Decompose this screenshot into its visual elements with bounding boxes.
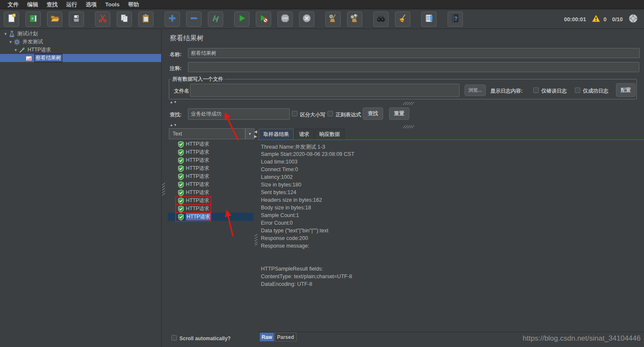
result-item-http-request[interactable]: HTTP请求: [168, 181, 254, 189]
menu-run[interactable]: 运行: [62, 0, 81, 9]
save-button[interactable]: [69, 11, 84, 27]
success-shield-icon: [178, 173, 186, 180]
filename-label: 文件名: [174, 87, 189, 95]
tab-raw[interactable]: Raw: [260, 333, 274, 341]
filename-input[interactable]: [190, 84, 459, 97]
clear-broom-icon: [328, 13, 338, 25]
success-only-checkbox[interactable]: [575, 87, 580, 93]
name-label: 名称:: [170, 51, 182, 58]
tree-item-http-request[interactable]: ▼ HTTP请求: [0, 46, 161, 54]
success-shield-icon: [178, 149, 186, 156]
tree-splitter-handle[interactable]: [162, 183, 165, 195]
scroll-automatically-checkbox[interactable]: [171, 335, 177, 341]
function-helper-icon: [424, 13, 434, 25]
result-item-http-request[interactable]: HTTP请求: [168, 164, 254, 172]
help-icon: ?: [450, 13, 460, 25]
result-item-http-request[interactable]: HTTP请求: [168, 156, 254, 164]
tab-sampler-result[interactable]: 取样器结果: [259, 129, 294, 139]
splitter-b-handle[interactable]: [402, 123, 414, 130]
new-plan-button[interactable]: [4, 11, 19, 27]
regex-checkbox[interactable]: [328, 111, 333, 116]
result-item-label: HTTP请求: [186, 189, 209, 196]
menu-options[interactable]: 选项: [81, 0, 101, 9]
tab-request[interactable]: 请求: [294, 129, 314, 139]
result-item-label: HTTP请求: [186, 213, 211, 220]
log-error-indicator[interactable]: 0: [591, 14, 606, 24]
clear-search-button[interactable]: [395, 11, 410, 27]
zoom-out-button[interactable]: [186, 11, 202, 27]
result-item-label: HTTP请求: [186, 173, 209, 180]
shutdown-button[interactable]: [299, 11, 314, 27]
clear-search-broom-icon: [398, 13, 408, 25]
start-no-pauses-button[interactable]: [256, 11, 271, 27]
copy-button[interactable]: [117, 11, 132, 27]
toggle-button[interactable]: [208, 11, 223, 27]
toggle-icon: [210, 13, 221, 25]
stop-icon: STOP: [280, 13, 290, 25]
shutdown-icon: [302, 13, 312, 25]
paste-icon: [141, 13, 151, 25]
stop-button[interactable]: STOP: [277, 11, 293, 27]
help-button[interactable]: ?: [448, 11, 463, 27]
bottom-tab-divider: [258, 332, 644, 332]
open-button[interactable]: [47, 11, 62, 27]
lower-splitter-arrows[interactable]: ◀▶: [254, 130, 258, 139]
tree-item-test-plan[interactable]: ▼ 测试计划: [0, 30, 161, 38]
clear-all-button[interactable]: [347, 11, 362, 27]
paste-button[interactable]: [138, 11, 154, 27]
menu-edit[interactable]: 编辑: [23, 0, 42, 9]
cut-button[interactable]: [95, 11, 110, 27]
tree-item-results-tree[interactable]: 察看结果树: [0, 54, 161, 62]
renderer-dropdown-arrow[interactable]: ▼: [245, 128, 255, 139]
menu-search[interactable]: 查找: [42, 0, 62, 9]
result-item-http-request[interactable]: HTTP请求: [168, 148, 254, 156]
splitter-collapse-arrows[interactable]: ▲▼: [170, 100, 177, 104]
clear-button[interactable]: [325, 11, 341, 27]
lower-splitter-handle[interactable]: [254, 234, 258, 247]
templates-button[interactable]: [25, 11, 41, 27]
success-shield-icon: [178, 181, 186, 188]
result-item-http-request[interactable]: HTTP请求: [168, 197, 254, 205]
results-tree-chart-icon: [25, 55, 33, 62]
chevron-down-icon[interactable]: ▼: [13, 48, 19, 52]
menu-file[interactable]: 文件: [3, 0, 23, 9]
chevron-down-icon[interactable]: ▼: [3, 32, 8, 36]
start-button[interactable]: [234, 11, 249, 27]
svg-text:?: ?: [454, 15, 457, 21]
find-button[interactable]: 查找: [363, 107, 383, 120]
case-sensitive-label: 区分大小写: [300, 111, 325, 118]
reset-button[interactable]: 重置: [389, 107, 409, 120]
errors-only-label: 仅错误日志: [541, 87, 567, 95]
result-item-http-request[interactable]: HTTP请求: [168, 205, 254, 213]
comment-input[interactable]: [188, 62, 639, 72]
result-item-http-request[interactable]: HTTP请求: [168, 172, 254, 181]
menu-tools[interactable]: Tools: [101, 0, 124, 9]
chevron-down-icon[interactable]: ▼: [8, 40, 14, 44]
search-input[interactable]: [188, 108, 290, 120]
name-input[interactable]: [188, 48, 640, 58]
splitter-a-handle[interactable]: [402, 99, 414, 107]
tree-item-label: 测试计划: [17, 30, 38, 37]
success-shield-icon: [178, 214, 186, 220]
tab-response-data[interactable]: 响应数据: [315, 129, 344, 139]
configure-button[interactable]: 配置: [616, 83, 636, 97]
result-item-http-request-selected[interactable]: HTTP请求: [168, 213, 254, 221]
errors-only-checkbox[interactable]: [533, 87, 539, 93]
function-helper-button[interactable]: [421, 11, 437, 27]
browse-button[interactable]: 浏览...: [465, 85, 486, 96]
new-file-icon: [6, 13, 17, 25]
splitter-collapse-arrows[interactable]: ▲▼: [170, 123, 177, 127]
tree-item-thread-group[interactable]: ▼ 并发测试: [0, 38, 161, 46]
start-no-pauses-icon: [258, 13, 269, 25]
search-button[interactable]: [373, 11, 389, 27]
zoom-in-button[interactable]: [165, 11, 180, 27]
case-sensitive-checkbox[interactable]: [292, 111, 297, 116]
menu-help[interactable]: 帮助: [124, 0, 143, 9]
result-item-http-request[interactable]: HTTP请求: [168, 140, 254, 148]
tab-parsed[interactable]: Parsed: [274, 333, 297, 341]
result-item-http-request[interactable]: HTTP请求: [168, 189, 254, 197]
result-item-label: HTTP请求: [186, 181, 209, 188]
renderer-select[interactable]: Text: [169, 128, 245, 139]
write-results-legend: 所有数据写入一个文件: [171, 76, 224, 83]
success-only-label: 仅成功日志: [583, 87, 608, 95]
